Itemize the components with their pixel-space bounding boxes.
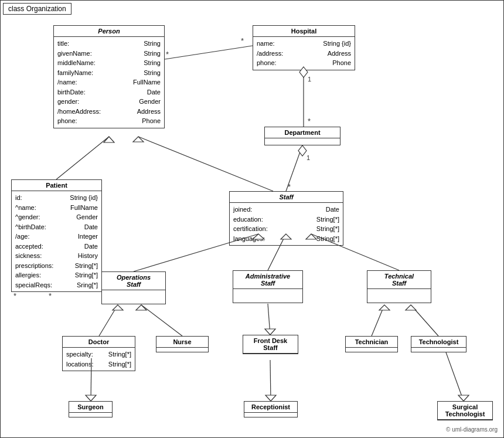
svg-text:*: * bbox=[13, 291, 16, 300]
hospital-title: Hospital bbox=[253, 26, 355, 37]
svg-marker-5 bbox=[298, 145, 307, 156]
svg-line-8 bbox=[165, 46, 253, 59]
svg-marker-22 bbox=[113, 305, 123, 310]
hospital-box: Hospital name:String {id} /address:Addre… bbox=[253, 25, 355, 70]
person-box: Person title:String givenName:String mid… bbox=[53, 25, 165, 128]
svg-line-25 bbox=[268, 304, 270, 335]
svg-marker-24 bbox=[136, 305, 147, 310]
doctor-box: Doctor specialty:String[*] locations:Str… bbox=[62, 336, 135, 371]
svg-text:*: * bbox=[49, 291, 52, 300]
diagram-container: class Organization Person title:String g… bbox=[0, 0, 504, 438]
svg-marker-14 bbox=[133, 137, 144, 142]
technologist-title: Technologist bbox=[411, 337, 466, 348]
front-desk-staff-title: Front Desk Staff bbox=[243, 335, 298, 354]
technologist-box: Technologist bbox=[411, 336, 466, 352]
surgical-technologist-box: Surgical Technologist bbox=[437, 401, 493, 420]
svg-text:*: * bbox=[241, 36, 244, 45]
svg-text:1: 1 bbox=[307, 154, 310, 161]
svg-line-33 bbox=[270, 360, 271, 401]
svg-marker-30 bbox=[406, 305, 416, 310]
operations-staff-title: Operations Staff bbox=[102, 272, 165, 290]
svg-text:*: * bbox=[288, 182, 291, 191]
technician-box: Technician bbox=[345, 336, 398, 352]
watermark: © uml-diagrams.org bbox=[446, 426, 498, 433]
front-desk-staff-box: Front Desk Staff bbox=[243, 335, 298, 354]
nurse-box: Nurse bbox=[156, 336, 209, 352]
svg-marker-28 bbox=[379, 305, 390, 310]
person-body: title:String givenName:String middleName… bbox=[54, 37, 164, 128]
svg-line-4 bbox=[286, 145, 302, 191]
technical-staff-box: Technical Staff bbox=[367, 270, 431, 303]
svg-line-11 bbox=[56, 137, 109, 179]
patient-title: Patient bbox=[12, 180, 101, 191]
administrative-staff-box: Administrative Staff bbox=[233, 270, 303, 303]
svg-text:1: 1 bbox=[308, 76, 311, 83]
operations-staff-box: Operations Staff bbox=[101, 271, 166, 304]
staff-title: Staff bbox=[230, 192, 343, 203]
svg-marker-34 bbox=[265, 395, 276, 401]
patient-body: id:String {id} ^name:FullName ^gender:Ge… bbox=[12, 191, 101, 291]
department-box: Department bbox=[264, 127, 340, 145]
svg-line-35 bbox=[446, 352, 464, 401]
receptionist-box: Receptionist bbox=[244, 401, 298, 417]
surgeon-title: Surgeon bbox=[69, 402, 112, 413]
department-title: Department bbox=[265, 127, 340, 138]
svg-line-29 bbox=[411, 305, 438, 336]
svg-line-21 bbox=[99, 305, 118, 336]
receptionist-title: Receptionist bbox=[244, 402, 297, 413]
patient-box: Patient id:String {id} ^name:FullName ^g… bbox=[11, 179, 102, 292]
hospital-body: name:String {id} /address:Address phone:… bbox=[253, 37, 355, 70]
svg-text:*: * bbox=[308, 117, 311, 125]
svg-marker-32 bbox=[86, 395, 96, 401]
svg-text:*: * bbox=[166, 50, 169, 59]
nurse-title: Nurse bbox=[156, 337, 208, 348]
surgeon-box: Surgeon bbox=[69, 401, 113, 417]
svg-line-23 bbox=[141, 305, 182, 336]
surgical-technologist-title: Surgical Technologist bbox=[438, 402, 492, 420]
technical-staff-title: Technical Staff bbox=[367, 271, 431, 289]
diagram-title: class Organization bbox=[3, 3, 71, 15]
administrative-staff-title: Administrative Staff bbox=[233, 271, 302, 289]
svg-line-27 bbox=[372, 305, 384, 336]
svg-line-13 bbox=[138, 137, 273, 191]
svg-marker-36 bbox=[458, 395, 469, 401]
staff-body: joined:Date education:String[*] certific… bbox=[230, 203, 343, 245]
doctor-body: specialty:String[*] locations:String[*] bbox=[63, 348, 135, 371]
doctor-title: Doctor bbox=[63, 337, 135, 348]
technician-title: Technician bbox=[346, 337, 397, 348]
staff-box: Staff joined:Date education:String[*] ce… bbox=[229, 191, 343, 246]
svg-marker-12 bbox=[104, 137, 114, 142]
svg-marker-26 bbox=[265, 329, 275, 335]
person-title: Person bbox=[54, 26, 164, 37]
